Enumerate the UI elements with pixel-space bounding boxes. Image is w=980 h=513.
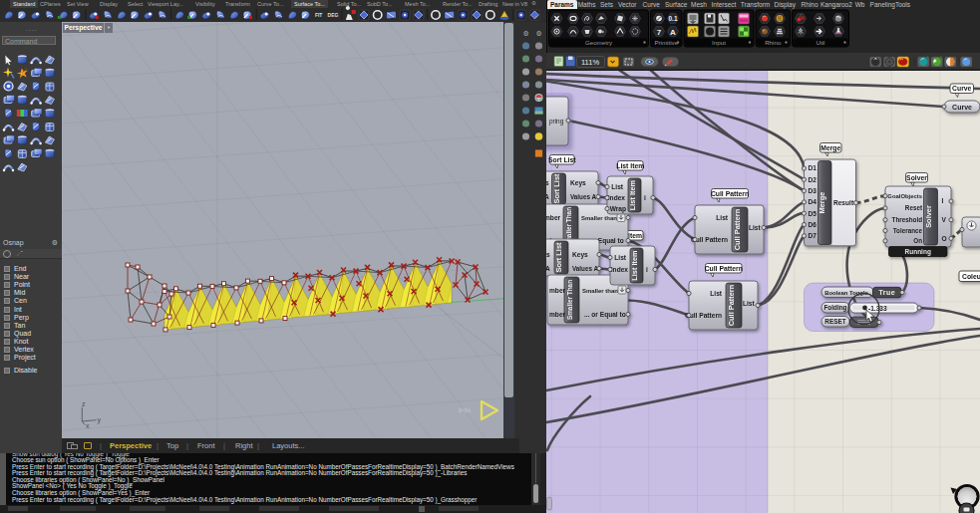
svg-text:pring: pring	[549, 118, 564, 126]
svg-text:mber: mber	[549, 311, 566, 318]
svg-text:True: True	[878, 289, 895, 296]
svg-text:z: z	[82, 400, 86, 407]
svg-text:Values A: Values A	[572, 265, 598, 272]
svg-text:D3: D3	[809, 187, 817, 194]
svg-text:List: List	[614, 254, 627, 261]
svg-text:List: List	[710, 290, 723, 297]
svg-text:Input: Input	[712, 39, 726, 46]
svg-text:Values A: Values A	[570, 193, 596, 200]
svg-text:Solver: Solver	[924, 205, 933, 228]
svg-text:Coleu: Coleu	[962, 273, 980, 280]
svg-text:... or Equal to: ... or Equal to	[584, 311, 626, 319]
svg-text:Running: Running	[905, 248, 931, 256]
svg-text:I: I	[942, 197, 944, 204]
svg-text:Curve: Curve	[952, 104, 972, 111]
svg-text:i: i	[644, 194, 646, 201]
svg-text:List Item: List Item	[630, 250, 639, 281]
svg-text:Index: Index	[608, 194, 626, 201]
svg-text:Wrap: Wrap	[610, 205, 626, 213]
svg-text:Primitive: Primitive	[654, 39, 678, 46]
svg-text:Merge: Merge	[820, 144, 840, 152]
svg-text:Folding: Folding	[823, 304, 846, 312]
svg-text:D5: D5	[809, 210, 817, 217]
svg-text:7: 7	[657, 28, 662, 37]
svg-text:DEG: DEG	[328, 12, 339, 18]
svg-text:D2: D2	[809, 176, 817, 183]
svg-text:Geometry: Geometry	[585, 39, 613, 46]
svg-text:Util: Util	[817, 39, 825, 46]
svg-text:Smaller Than: Smaller Than	[566, 280, 573, 320]
svg-text:i: i	[646, 266, 648, 273]
svg-text:Cull Pattern: Cull Pattern	[705, 265, 743, 272]
svg-text:⚙: ⚙	[536, 30, 542, 37]
svg-text:Reset: Reset	[905, 204, 923, 211]
svg-text:s: s	[546, 251, 550, 258]
svg-text:Cull Pattern: Cull Pattern	[733, 208, 742, 250]
svg-text:Cull Pattern: Cull Pattern	[711, 190, 749, 197]
svg-text:D7: D7	[809, 232, 817, 239]
svg-text:A: A	[670, 28, 676, 37]
svg-text:Rhino: Rhino	[765, 39, 782, 46]
svg-text:O: O	[942, 235, 947, 242]
svg-text:D1: D1	[809, 164, 817, 171]
svg-text:Index: Index	[611, 266, 629, 273]
svg-text:Smaller than: Smaller than	[581, 215, 617, 221]
svg-text:s: s	[546, 179, 549, 186]
svg-text:List Item: List Item	[628, 179, 637, 210]
svg-text:Smaller than: Smaller than	[582, 288, 618, 294]
svg-text:Threshold: Threshold	[892, 216, 923, 223]
svg-text:Sort List: Sort List	[552, 173, 561, 204]
svg-text:List: List	[743, 300, 756, 307]
svg-text:V: V	[942, 216, 947, 223]
svg-text:Tolerance: Tolerance	[893, 227, 923, 234]
svg-text:RESET: RESET	[824, 318, 845, 325]
svg-text:List: List	[611, 183, 624, 190]
svg-text:List: List	[749, 224, 762, 231]
svg-text:D6: D6	[809, 221, 817, 228]
svg-text:mber: mber	[546, 214, 561, 221]
svg-text:111%: 111%	[581, 58, 599, 67]
svg-text:Merge: Merge	[817, 192, 826, 214]
svg-text:y: y	[98, 416, 102, 424]
svg-text:Solver: Solver	[906, 174, 927, 181]
svg-text:List Item: List Item	[616, 162, 644, 169]
svg-text:A: A	[546, 265, 550, 272]
svg-text:x: x	[86, 422, 90, 429]
svg-text:⚙: ⚙	[523, 30, 529, 37]
svg-text:Sort List: Sort List	[554, 242, 563, 273]
svg-text:Curve: Curve	[952, 85, 971, 92]
svg-text:mber: mber	[549, 287, 566, 294]
svg-text:GoalObjects: GoalObjects	[887, 193, 922, 199]
svg-text:Keys: Keys	[570, 179, 586, 187]
svg-text:A: A	[546, 193, 549, 200]
svg-text:Keys: Keys	[572, 251, 588, 259]
svg-text:FIT: FIT	[315, 12, 323, 18]
svg-text:D4: D4	[809, 198, 817, 205]
svg-text:Cull Pattern: Cull Pattern	[727, 284, 736, 326]
svg-text:Sort List: Sort List	[548, 156, 576, 163]
svg-text:List: List	[716, 214, 729, 221]
svg-text:0.1: 0.1	[668, 15, 677, 22]
svg-text:Result: Result	[833, 199, 854, 206]
svg-text:On: On	[913, 237, 922, 244]
